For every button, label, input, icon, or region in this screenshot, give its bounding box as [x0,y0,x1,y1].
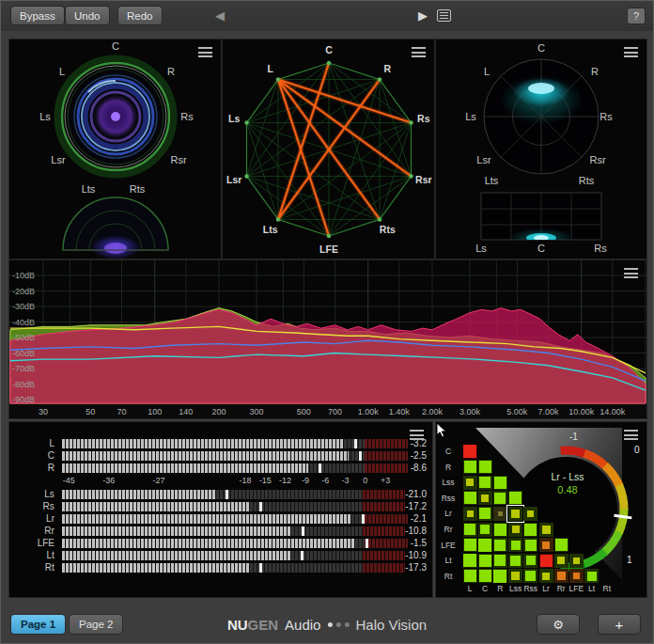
matrix-cell-value-square [481,495,489,502]
matrix-cell-Lr-C[interactable] [478,507,492,521]
matrix-cell-Rt-Lt[interactable] [584,569,599,583]
undo-button[interactable]: Undo [65,6,110,25]
panel-menu-icon[interactable] [198,47,212,57]
settings-gear-button[interactable]: ⚙ [537,614,580,635]
matrix-cell-value-square [479,555,491,567]
meter-peak-hold [319,463,321,473]
meter-row-R: R-8.6 [17,462,428,474]
level-meters-panel: L-3.2C-2.5R-8.6-45-36-27-18-15-12-9-6-30… [8,421,433,598]
matrix-cell-Rt-LFE[interactable] [569,569,584,583]
web-line [278,63,329,80]
page-1-button[interactable]: Page 1 [10,614,66,635]
matrix-cell-Lt-R[interactable] [493,554,507,568]
brand-dots-icon [327,622,349,627]
spectrum-freq-label: 30 [39,407,48,416]
height-label-c: C [537,243,545,254]
matrix-cell-Rr-C[interactable] [478,523,492,537]
spectrum-freq-label: 50 [86,407,95,416]
matrix-cell-Rss-C[interactable] [478,491,492,505]
spectrum-freq-label: 1.00k [358,407,380,416]
matrix-cell-Lss-R[interactable] [493,476,507,490]
channel-label-ls: Ls [39,111,51,122]
surround-energy-rings [57,58,174,175]
matrix-cell-Lt-LFE[interactable] [569,554,584,568]
matrix-col-label: Lss [509,584,522,593]
height-label-ls: Ls [475,243,487,254]
meter-scale-label: -36 [102,476,115,485]
meter-red-zone [365,463,408,473]
matrix-cell-Rr-L[interactable] [463,523,477,537]
previous-icon[interactable]: ◀ [215,8,225,23]
matrix-cell-Lt-Rr[interactable] [554,554,568,568]
matrix-cell-Rt-Rss[interactable] [523,569,537,583]
matrix-cell-R-C[interactable] [478,460,492,474]
brand: NUGEN Audio Halo Vision [227,617,427,633]
matrix-cell-Rss-R[interactable] [493,491,507,505]
matrix-cell-Lr-Lss[interactable] [508,507,522,521]
matrix-cell-Rt-Lr[interactable] [539,569,553,583]
web-node-label: Rts [380,224,396,235]
matrix-cell-LFE-Rr[interactable] [554,538,568,552]
matrix-cell-R-L[interactable] [463,460,477,474]
matrix-cell-value-square [479,461,491,473]
web-line [380,176,411,219]
panel-menu-icon[interactable] [412,47,426,57]
matrix-cell-Lt-C[interactable] [478,554,492,568]
matrix-cell-Rr-Lr[interactable] [539,523,553,537]
matrix-col-label: Rss [523,584,537,593]
panel-menu-icon[interactable] [624,268,638,278]
channel-label-rs: Rs [180,111,193,122]
web-node-label: Rs [417,113,430,124]
meter-scale-label: -3 [341,476,349,485]
matrix-cell-Rss-Lss[interactable] [508,491,522,505]
matrix-cell-Rt-R[interactable] [493,569,507,583]
matrix-cell-LFE-Rss[interactable] [523,538,537,552]
page-2-button[interactable]: Page 2 [69,614,123,635]
meter-channel-label: L [17,438,54,448]
panel-menu-icon[interactable] [410,430,424,440]
matrix-cell-Rt-Rr[interactable] [554,569,568,583]
matrix-cell-Rss-L[interactable] [463,491,477,505]
panel-menu-icon[interactable] [624,430,638,440]
play-icon[interactable]: ▶ [418,8,428,23]
matrix-cell-value-square [463,554,476,567]
matrix-cell-Lss-L[interactable] [463,476,477,490]
matrix-cell-Lt-Lr[interactable] [539,554,553,568]
meter-scale-label: -15 [259,476,272,485]
panel-menu-icon[interactable] [624,47,638,57]
matrix-cell-LFE-R[interactable] [493,538,507,552]
matrix-cell-Lt-Rss[interactable] [523,554,537,568]
matrix-cell-Lr-L[interactable] [463,507,477,521]
matrix-cell-Rr-R[interactable] [493,523,507,537]
matrix-cell-Lss-C[interactable] [478,476,492,490]
meter-peak-hold [259,563,262,573]
matrix-cell-Lt-L[interactable] [463,554,477,568]
matrix-cell-Lr-Rss[interactable] [523,507,537,521]
spectrum-freq-label: 100 [148,407,162,416]
matrix-cell-Rt-C[interactable] [478,569,492,583]
matrix-cell-value-square [527,510,534,517]
matrix-cell-Rt-L[interactable] [463,569,477,583]
redo-button[interactable]: Redo [117,6,163,25]
matrix-cell-Lr-R[interactable] [493,507,507,521]
bypass-button[interactable]: Bypass [10,6,65,25]
matrix-cell-Rr-Rss[interactable] [523,523,537,537]
matrix-cell-Lt-Lss[interactable] [508,554,522,568]
spectrum-db-label: -30dB [12,302,35,311]
help-button[interactable]: ? [627,8,646,24]
web-node-label: Rsr [415,174,432,185]
matrix-cell-LFE-L[interactable] [463,538,477,552]
spectrum-freq-label: 2.00k [422,407,444,416]
add-panel-button[interactable]: + [598,614,641,635]
matrix-cell-value-square [540,555,553,567]
matrix-cell-Rt-Lss[interactable] [508,569,522,583]
playlist-icon[interactable] [437,9,451,22]
spectrum-display: -10dB-20dB-30dB-40dB-50dB-60dB-70dB-80dB… [9,260,646,418]
matrix-cell-LFE-C[interactable] [478,538,492,552]
meter-bar [62,463,408,473]
matrix-cell-Rr-Lss[interactable] [508,523,522,537]
matrix-cell-LFE-Lss[interactable] [508,538,522,552]
matrix-cell-C-L[interactable] [463,445,477,459]
matrix-cell-LFE-Lr[interactable] [539,538,553,552]
height-label-rts: Rts [579,175,595,186]
